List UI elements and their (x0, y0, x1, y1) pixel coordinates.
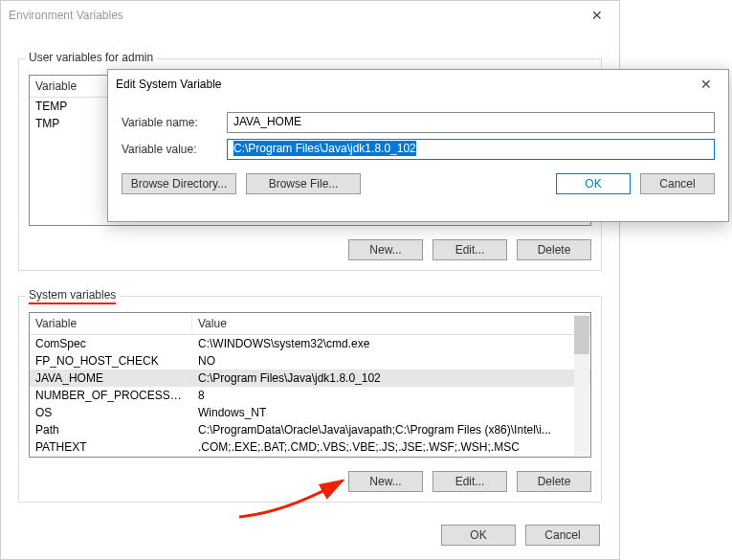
scrollbar[interactable] (574, 314, 589, 456)
variable-value-input[interactable]: C:\Program Files\Java\jdk1.8.0_102 (227, 139, 715, 160)
variable-name-row: Variable name: JAVA_HOME (122, 112, 715, 133)
system-variables-list[interactable]: Variable Value ComSpecC:\WINDOWS\system3… (29, 312, 591, 458)
user-variables-label: User variables for admin (25, 51, 157, 64)
list-item[interactable]: PathC:\ProgramData\Oracle\Java\javapath;… (30, 421, 590, 438)
user-delete-button[interactable]: Delete (517, 239, 591, 260)
list-item-selected[interactable]: JAVA_HOMEC:\Program Files\Java\jdk1.8.0_… (30, 370, 590, 387)
env-titlebar: Environment Variables ✕ (1, 1, 619, 30)
list-item[interactable]: ComSpecC:\WINDOWS\system32\cmd.exe (30, 335, 590, 352)
system-edit-button[interactable]: Edit... (433, 471, 507, 492)
user-edit-button[interactable]: Edit... (433, 239, 507, 260)
close-icon[interactable]: ✕ (692, 77, 721, 92)
browse-file-button[interactable]: Browse File... (246, 173, 361, 194)
system-new-button[interactable]: New... (348, 471, 423, 492)
system-variables-label: System variables (25, 288, 120, 302)
system-variables-group: System variables Variable Value ComSpecC… (18, 296, 602, 503)
edit-titlebar: Edit System Variable ✕ (108, 70, 728, 99)
list-item[interactable]: NUMBER_OF_PROCESSORS8 (30, 387, 590, 404)
variable-value-label: Variable value: (122, 143, 227, 156)
variable-name-label: Variable name: (122, 116, 227, 129)
list-item[interactable]: FP_NO_HOST_CHECKNO (30, 352, 590, 370)
list-item[interactable]: PATHEXT.COM;.EXE;.BAT;.CMD;.VBS;.VBE;.JS… (30, 438, 590, 456)
scroll-thumb[interactable] (574, 316, 589, 354)
env-footer-buttons: OK Cancel (441, 525, 600, 546)
sys-col-value: Value (192, 313, 590, 334)
edit-title: Edit System Variable (116, 78, 222, 91)
system-list-header: Variable Value (30, 313, 590, 335)
env-ok-button[interactable]: OK (441, 525, 516, 546)
env-title: Environment Variables (9, 9, 123, 22)
system-delete-button[interactable]: Delete (517, 471, 591, 492)
list-item[interactable]: OSWindows_NT (30, 404, 590, 421)
env-cancel-button[interactable]: Cancel (525, 525, 600, 546)
edit-variable-dialog: Edit System Variable ✕ Variable name: JA… (107, 69, 729, 222)
close-icon[interactable]: ✕ (583, 8, 611, 23)
variable-name-input[interactable]: JAVA_HOME (227, 112, 715, 133)
system-buttons: New... Edit... Delete (348, 471, 591, 492)
edit-ok-button[interactable]: OK (556, 173, 631, 194)
sys-col-variable: Variable (30, 313, 192, 334)
variable-value-row: Variable value: C:\Program Files\Java\jd… (122, 139, 715, 160)
user-buttons: New... Edit... Delete (348, 239, 591, 260)
user-new-button[interactable]: New... (348, 239, 423, 260)
edit-cancel-button[interactable]: Cancel (640, 173, 715, 194)
browse-directory-button[interactable]: Browse Directory... (122, 173, 236, 194)
